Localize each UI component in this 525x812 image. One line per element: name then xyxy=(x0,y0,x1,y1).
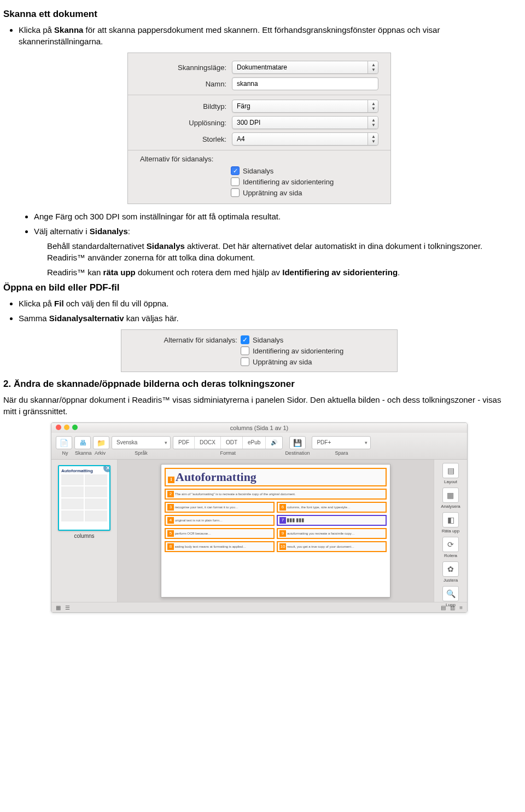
checkbox-label: Upprätning av sida xyxy=(243,189,302,197)
checkbox-checked-icon[interactable]: ✓ xyxy=(241,335,249,344)
paragraph: När du skannar/öppnar dokument i Readiri… xyxy=(3,394,515,417)
rotate-icon: ⟳ xyxy=(442,537,459,552)
zone-text[interactable]: 4original text is not in plain form… xyxy=(165,515,275,526)
file-button[interactable]: 📁 xyxy=(93,436,109,449)
analyze-button[interactable]: ▦Analysera xyxy=(441,488,460,509)
thumb-heading: Autoformatting xyxy=(61,468,107,473)
zone-text[interactable]: 2The aim of "autoformatting" is to recre… xyxy=(165,489,387,500)
zone-text[interactable]: 10result, you get a true copy of your do… xyxy=(277,541,387,552)
checkbox-label: Identifiering av sidorientering xyxy=(253,347,343,355)
checkbox-row-sidanalys[interactable]: Sidanalys xyxy=(231,166,390,175)
separator xyxy=(128,95,390,95)
zone-text[interactable]: 3recognise your text, it can format it t… xyxy=(165,502,275,513)
doc-bullet: Välj alternativ i Sidanalys: Behåll stan… xyxy=(34,225,515,278)
heading-andra: 2. Ändra de skannade/öppnade bilderna oc… xyxy=(3,379,515,390)
label-image-type: Bildtyp: xyxy=(128,102,232,111)
window-titlebar: columns (Sida 1 av 1) xyxy=(51,423,467,433)
adjust-icon: ✿ xyxy=(442,561,459,577)
deskew-icon: ◧ xyxy=(442,512,459,527)
grid-view-icon[interactable]: ▦ xyxy=(56,605,61,611)
format-pdf[interactable]: PDF xyxy=(173,437,195,449)
document-page[interactable]: 1Autoformatting 2The aim of "autoformatt… xyxy=(161,464,390,598)
toolbar-label: Arkiv xyxy=(92,450,108,456)
language-select[interactable]: Svenska xyxy=(112,436,171,449)
page-thumbnail[interactable]: ✕ Autoformatting xyxy=(58,465,110,531)
paragraph: Readiris™ kan räta upp dokument och rote… xyxy=(47,266,515,278)
checkbox-row-sidorientation[interactable]: Identifiering av sidorientering xyxy=(231,177,390,186)
checkbox-label: Sidanalys xyxy=(243,167,273,175)
text-bold: Skanna xyxy=(54,25,83,34)
list-view-icon[interactable]: ☰ xyxy=(65,605,70,611)
toolbar-label: Skanna xyxy=(75,450,90,456)
checkbox-label: Upprätning av sida xyxy=(253,358,312,366)
toolbar-label: Destination xyxy=(285,450,310,456)
zone-text[interactable]: 5perform OCR because… xyxy=(165,528,275,539)
format-segmented[interactable]: PDF DOCX ODT ePub 🔊 xyxy=(173,436,283,449)
checkbox-icon[interactable] xyxy=(241,346,249,355)
adjust-button[interactable]: ✿Justera xyxy=(442,561,459,583)
destination-button[interactable]: 💾 xyxy=(289,436,306,449)
analyze-icon: ▦ xyxy=(442,488,459,503)
text-bold: Sidanalys xyxy=(90,227,128,236)
save-format-select[interactable]: PDF+ xyxy=(312,436,371,449)
new-button[interactable]: 📄 xyxy=(56,436,72,449)
document-viewer: 1Autoformatting 2The aim of "autoformatt… xyxy=(118,460,434,602)
checkbox-label: Identifiering av sidorientering xyxy=(243,178,334,186)
checkbox-label: Sidanalys xyxy=(253,336,283,344)
thumb-view-icon[interactable]: ▤ xyxy=(441,605,446,611)
zone-text[interactable]: 6columns, the font type, size and typest… xyxy=(277,502,387,513)
zone-text[interactable]: 9autoformatting you recreate a facsimile… xyxy=(277,528,387,539)
format-audio[interactable]: 🔊 xyxy=(266,437,282,449)
doc-bullet: Klicka på Fil och välj den fil du vill ö… xyxy=(19,298,515,309)
format-docx[interactable]: DOCX xyxy=(195,437,221,449)
text: Välj alternativ i xyxy=(34,227,90,236)
app-window: columns (Sida 1 av 1) 📄 🖶 📁 Ny Skanna Ar… xyxy=(51,422,468,613)
checkbox-icon xyxy=(231,188,240,197)
format-epub[interactable]: ePub xyxy=(243,437,266,449)
thumbnail-name: columns xyxy=(74,533,94,539)
doc-bullet: Klicka på Skanna för att skanna pappersd… xyxy=(19,24,515,47)
rotate-button[interactable]: ⟳Rotera xyxy=(442,537,459,558)
window-title: columns (Sida 1 av 1) xyxy=(230,425,288,431)
label-name: Namn: xyxy=(128,80,232,88)
doc-bullet: Ange Färg och 300 DPI som inställningar … xyxy=(34,211,515,222)
tools-sidebar: ▤Layout ▦Analysera ◧Räta upp ⟳Rotera ✿Ju… xyxy=(434,460,467,602)
text-view-icon[interactable]: ≡ xyxy=(459,605,463,611)
checkbox-row-deskew[interactable]: Upprätning av sida xyxy=(231,188,390,197)
maximize-icon[interactable] xyxy=(72,425,78,430)
sidanalys-options-strip: Alternativ för sidanalys:✓Sidanalys Iden… xyxy=(121,329,398,372)
input-name[interactable]: skanna xyxy=(232,77,378,90)
checkbox-icon[interactable] xyxy=(241,357,249,366)
checkbox-icon xyxy=(231,166,240,175)
zone-text[interactable]: 8eating body text means at formatting is… xyxy=(165,541,275,552)
close-icon[interactable] xyxy=(56,425,61,430)
format-odt[interactable]: ODT xyxy=(221,437,243,449)
label-scan-mode: Skanningsläge: xyxy=(128,63,232,72)
minimize-icon[interactable] xyxy=(64,425,69,430)
loupe-icon: 🔍 xyxy=(442,586,459,601)
layout-icon: ▤ xyxy=(442,463,459,478)
text: : xyxy=(128,227,130,236)
toolbar-label: Språk xyxy=(135,450,148,456)
select-resolution[interactable]: 300 DPI▲▼ xyxy=(232,116,378,129)
zone-title[interactable]: 1Autoformatting xyxy=(165,468,387,486)
scan-button[interactable]: 🖶 xyxy=(74,436,91,449)
zone-graphic[interactable]: 7▊▊▊ ▊▊▊ xyxy=(277,515,387,526)
layout-button[interactable]: ▤Layout xyxy=(442,463,459,484)
checkbox-icon xyxy=(231,177,240,186)
doc-bullet: Samma Sidanalysalternativ kan väljas här… xyxy=(19,312,515,324)
paragraph: Behåll standardalternativet Sidanalys ak… xyxy=(47,240,515,263)
deskew-button[interactable]: ◧Räta upp xyxy=(442,512,459,533)
app-toolbar: 📄 🖶 📁 Ny Skanna Arkiv Svenska Språk PDF … xyxy=(51,433,467,460)
thumbnail-panel: ✕ Autoformatting columns xyxy=(51,460,118,602)
window-controls[interactable] xyxy=(56,425,78,430)
toolbar-label: Ny xyxy=(57,450,73,456)
select-size[interactable]: A4▲▼ xyxy=(232,132,378,146)
status-bar: ▦ ☰ ▤ ▥ ≡ xyxy=(51,602,467,612)
heading-skanna: Skanna ett dokument xyxy=(3,9,515,20)
label-size: Storlek: xyxy=(128,135,232,143)
zones-view-icon[interactable]: ▥ xyxy=(450,605,455,611)
select-scan-mode[interactable]: Dokumentmatare▲▼ xyxy=(232,61,378,74)
select-image-type[interactable]: Färg▲▼ xyxy=(232,100,378,113)
toolbar-label: Spara xyxy=(335,450,348,456)
